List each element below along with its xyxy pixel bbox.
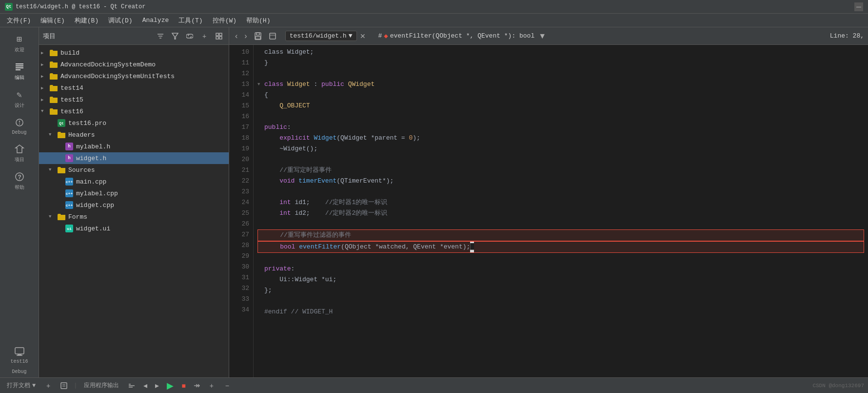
menu-item-t[interactable]: 工具(T) <box>174 15 207 26</box>
svg-marker-15 <box>172 33 178 39</box>
tree-item[interactable]: c++mylabel.cpp <box>39 187 229 199</box>
menu-item-f[interactable]: 文件(F) <box>2 15 36 26</box>
step-button[interactable]: ↠ <box>192 381 202 390</box>
main-container: ⊞ 欢迎 编辑 ✎ 设计 <box>0 27 868 377</box>
menu-item-d[interactable]: 调试(D) <box>103 15 137 26</box>
stop-button[interactable]: ■ <box>179 382 187 390</box>
code-token: //定时器2的唯一标识 <box>325 208 387 219</box>
sidebar-label-design: 设计 <box>15 102 24 109</box>
collapse-arrow-icon[interactable]: ▼ <box>257 79 264 90</box>
code-lines[interactable]: class Widget; } ▼class Widget : public Q… <box>254 45 868 377</box>
tree-item-name: mylabel.h <box>76 143 110 150</box>
tree-item[interactable]: ▼ Headers <box>39 129 229 141</box>
sidebar-item-design[interactable]: ✎ 设计 <box>2 85 37 113</box>
sidebar-item-device[interactable]: test16 <box>2 342 37 368</box>
line-number: 27 <box>229 229 249 240</box>
run-button[interactable]: ▶ <box>165 380 176 391</box>
tree-item[interactable]: ▶ AdvancedDockingSystemDemo <box>39 59 229 70</box>
save-button[interactable] <box>252 30 264 42</box>
code-token: ~Widget(); <box>264 144 317 154</box>
menu-item-h[interactable]: 帮助(H) <box>241 15 275 26</box>
collapse-arrow-icon <box>257 133 264 144</box>
code-token: 0 <box>409 133 413 144</box>
sidebar-label-help: 帮助 <box>15 184 24 191</box>
tree-file-icon <box>57 212 66 222</box>
back-button[interactable]: ‹ <box>233 32 239 41</box>
code-content: 1011121314151617181920212223242526272829… <box>229 45 868 377</box>
tree-item[interactable]: ▼ Forms <box>39 211 229 223</box>
add-panel-button[interactable]: + <box>42 380 54 392</box>
panel-menu-button[interactable] <box>58 380 70 392</box>
code-line <box>257 253 864 264</box>
tree-item[interactable]: ▶ AdvancedDockingSystemUnitTests <box>39 70 229 82</box>
code-token: █ <box>470 242 474 252</box>
tree-item[interactable]: ▶ test14 <box>39 82 229 94</box>
close-file-button[interactable]: ✕ <box>360 32 366 40</box>
code-token: public <box>321 79 344 90</box>
sort-button[interactable] <box>155 30 166 42</box>
tree-file-icon: c++ <box>64 188 74 198</box>
open-doc-button[interactable]: 打开文档 ▼ <box>4 380 39 391</box>
tree-item[interactable]: uiwidget.ui <box>39 223 229 234</box>
tree-file-icon: c++ <box>64 177 74 186</box>
collapse-arrow-icon <box>257 144 264 154</box>
line-number: 13 <box>229 79 249 90</box>
sidebar-item-debug[interactable]: Debug <box>2 113 37 139</box>
tree-item[interactable]: Qttest16.pro <box>39 117 229 129</box>
menu-item-analyze[interactable]: Analyze <box>138 16 174 25</box>
prev-output-button[interactable]: ◂ <box>141 381 149 390</box>
help-icon: ? <box>14 171 25 183</box>
app-output-button[interactable]: 应用程序输出 <box>81 380 122 391</box>
sidebar-item-welcome[interactable]: ⊞ 欢迎 <box>2 29 37 57</box>
tree-arrow-icon: ▶ <box>41 62 49 67</box>
add-button[interactable]: + <box>198 30 210 42</box>
code-token: : <box>310 79 321 90</box>
code-token <box>295 242 299 252</box>
history-button[interactable] <box>267 30 278 42</box>
next-output-button[interactable]: ▸ <box>153 381 161 390</box>
minimize-button[interactable]: — <box>854 2 863 11</box>
tree-item[interactable]: hmylabel.h <box>39 141 229 152</box>
sidebar-item-project[interactable]: 项目 <box>2 139 37 167</box>
sidebar-label-project: 项目 <box>15 156 24 163</box>
code-token <box>265 230 280 241</box>
svg-rect-18 <box>216 37 218 39</box>
collapse-arrow-icon <box>257 90 264 101</box>
code-line: Q_OBJECT <box>257 101 864 111</box>
code-token: Q_OBJECT <box>264 101 310 111</box>
zoom-out-button[interactable]: − <box>221 380 233 392</box>
menu-item-e[interactable]: 编辑(E) <box>36 15 69 26</box>
line-number: 28 <box>229 240 249 251</box>
project-icon <box>14 143 25 155</box>
svg-rect-16 <box>216 33 218 36</box>
code-token: private <box>264 264 291 274</box>
collapse-arrow-icon <box>257 264 264 274</box>
sidebar-item-edit[interactable]: 编辑 <box>2 57 37 85</box>
svg-rect-22 <box>256 37 260 39</box>
tree-arrow-icon: ▼ <box>41 109 49 114</box>
tree-item[interactable]: ▶ test15 <box>39 94 229 105</box>
tree-item[interactable]: c++main.cpp <box>39 176 229 187</box>
line-number: 22 <box>229 176 249 186</box>
file-dropdown[interactable]: test16/widget.h ▼ <box>285 31 357 41</box>
svg-rect-21 <box>256 33 259 35</box>
menu-item-b[interactable]: 构建(B) <box>70 15 103 26</box>
menu-item-w[interactable]: 控件(W) <box>208 15 241 26</box>
tree-item[interactable]: hwidget.h <box>39 152 229 164</box>
breadcrumb-dropdown[interactable]: ▼ <box>536 32 548 41</box>
tree-item[interactable]: ▼ test16 <box>39 105 229 117</box>
tree-item[interactable]: c++widget.cpp <box>39 199 229 211</box>
zoom-in-button[interactable]: + <box>206 380 217 392</box>
forward-button[interactable]: › <box>242 32 249 41</box>
tree-file-icon <box>49 106 59 116</box>
filter-button[interactable] <box>169 30 181 42</box>
tree-item[interactable]: ▶ build <box>39 47 229 59</box>
collapse-arrow-icon <box>257 111 264 122</box>
window-title: test16/widget.h @ test16 - Qt Creator <box>16 3 851 10</box>
sidebar-item-help[interactable]: ? 帮助 <box>2 167 37 195</box>
tree-item[interactable]: ▼ Sources <box>39 164 229 176</box>
collapse-arrow-icon <box>257 274 264 285</box>
link-button[interactable] <box>184 30 196 42</box>
output-settings-button[interactable] <box>126 380 138 392</box>
view-button[interactable] <box>213 30 225 42</box>
